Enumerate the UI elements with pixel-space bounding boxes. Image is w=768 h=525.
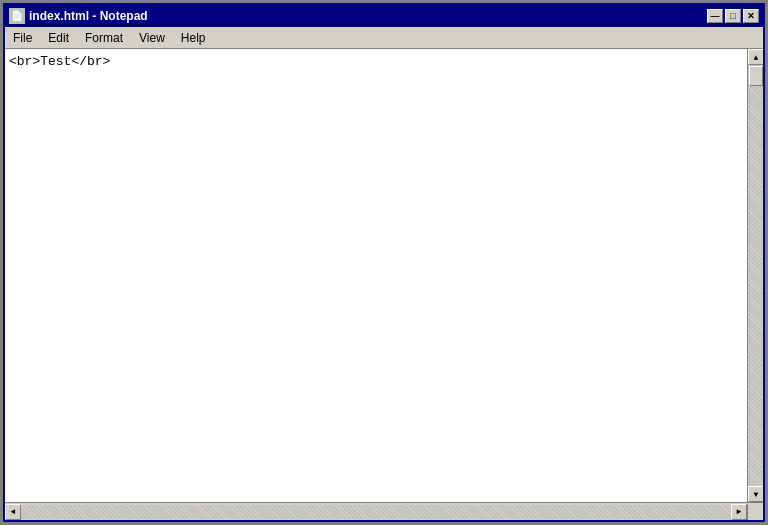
menu-bar: File Edit Format View Help: [5, 27, 763, 49]
title-bar: 📄 index.html - Notepad — □ ✕: [5, 5, 763, 27]
close-button[interactable]: ✕: [743, 9, 759, 23]
menu-file[interactable]: File: [5, 29, 40, 47]
menu-view[interactable]: View: [131, 29, 173, 47]
menu-help[interactable]: Help: [173, 29, 214, 47]
window-title: index.html - Notepad: [29, 9, 148, 23]
minimize-button[interactable]: —: [707, 9, 723, 23]
scroll-track-vertical[interactable]: [748, 65, 763, 486]
scroll-left-button[interactable]: ◄: [5, 504, 21, 520]
editor-area: <br>Test</br> ▲ ▼: [5, 49, 763, 502]
maximize-button[interactable]: □: [725, 9, 741, 23]
menu-format[interactable]: Format: [77, 29, 131, 47]
title-bar-left: 📄 index.html - Notepad: [9, 8, 148, 24]
menu-edit[interactable]: Edit: [40, 29, 77, 47]
scroll-corner: [747, 504, 763, 520]
bottom-bar: ◄ ►: [5, 502, 763, 520]
scroll-down-button[interactable]: ▼: [748, 486, 763, 502]
text-editor[interactable]: <br>Test</br>: [5, 49, 747, 502]
vertical-scrollbar: ▲ ▼: [747, 49, 763, 502]
horizontal-scrollbar: ◄ ►: [5, 504, 747, 520]
scroll-thumb-vertical[interactable]: [749, 66, 763, 86]
scroll-track-horizontal[interactable]: [21, 505, 731, 519]
app-icon: 📄: [9, 8, 25, 24]
notepad-window: 📄 index.html - Notepad — □ ✕ File Edit F…: [3, 3, 765, 522]
scroll-up-button[interactable]: ▲: [748, 49, 763, 65]
scroll-right-button[interactable]: ►: [731, 504, 747, 520]
title-buttons: — □ ✕: [707, 9, 759, 23]
